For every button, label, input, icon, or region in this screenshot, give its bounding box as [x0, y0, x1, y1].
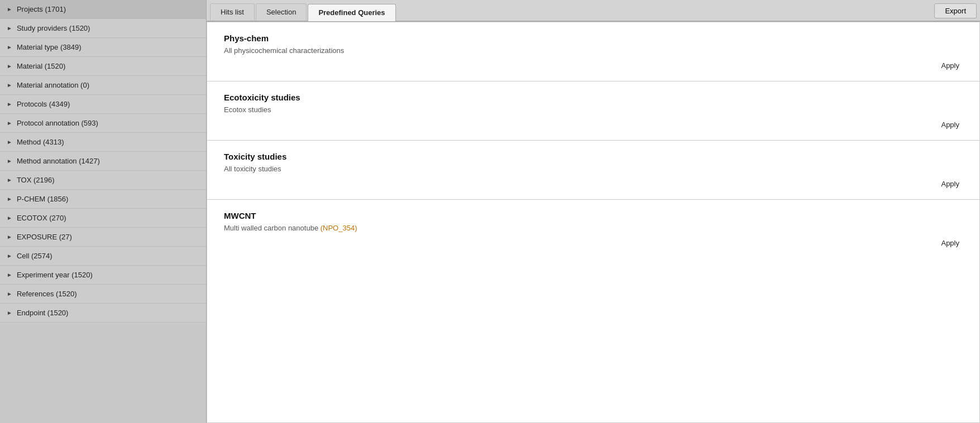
sidebar-item-1[interactable]: ►Study providers (1520) [0, 19, 206, 38]
query-title-0: Phys-chem [224, 33, 963, 43]
sidebar-item-label: Material (1520) [17, 62, 65, 70]
expand-arrow: ► [7, 139, 12, 145]
sidebar-item-label: ECOTOX (270) [17, 214, 66, 222]
sidebar-item-9[interactable]: ►TOX (2196) [0, 171, 206, 190]
sidebar-item-10[interactable]: ►P-CHEM (1856) [0, 190, 206, 209]
sidebar-item-6[interactable]: ►Protocol annotation (593) [0, 114, 206, 133]
apply-button-3[interactable]: Apply [938, 238, 963, 248]
sidebar-item-7[interactable]: ►Method (4313) [0, 133, 206, 152]
query-title-1: Ecotoxicity studies [224, 93, 963, 102]
query-desc-3: Multi walled carbon nanotube (NPO_354) [224, 224, 963, 232]
query-desc-0: All physicochemical characterizations [224, 46, 963, 55]
query-card-2: Toxicity studiesAll toxicity studiesAppl… [207, 141, 979, 200]
expand-arrow: ► [7, 310, 12, 316]
sidebar-item-12[interactable]: ►EXPOSURE (27) [0, 228, 206, 247]
tab-bar: Hits listSelectionPredefined Queries Exp… [207, 0, 980, 22]
sidebar-item-8[interactable]: ►Method annotation (1427) [0, 152, 206, 171]
apply-button-0[interactable]: Apply [938, 60, 963, 71]
query-title-2: Toxicity studies [224, 152, 963, 161]
expand-arrow: ► [7, 63, 12, 69]
query-card-3: MWCNTMulti walled carbon nanotube (NPO_3… [207, 200, 979, 258]
sidebar-item-label: Method annotation (1427) [17, 157, 100, 165]
expand-arrow: ► [7, 215, 12, 221]
sidebar-item-14[interactable]: ►Experiment year (1520) [0, 266, 206, 285]
tab-predefined-queries[interactable]: Predefined Queries [308, 4, 395, 21]
expand-arrow: ► [7, 101, 12, 107]
sidebar-item-label: Material type (3849) [17, 43, 82, 51]
expand-arrow: ► [7, 196, 12, 202]
sidebar: ►Projects (1701)►Study providers (1520)►… [0, 0, 207, 423]
expand-arrow: ► [7, 234, 12, 240]
expand-arrow: ► [7, 158, 12, 164]
sidebar-item-0[interactable]: ►Projects (1701) [0, 0, 206, 19]
tab-selection[interactable]: Selection [256, 3, 307, 21]
sidebar-item-label: Projects (1701) [17, 5, 66, 13]
sidebar-item-11[interactable]: ►ECOTOX (270) [0, 209, 206, 228]
content-area: Phys-chemAll physicochemical characteriz… [207, 22, 980, 423]
apply-button-2[interactable]: Apply [938, 179, 963, 189]
sidebar-item-13[interactable]: ►Cell (2574) [0, 247, 206, 266]
sidebar-item-2[interactable]: ►Material type (3849) [0, 38, 206, 57]
expand-arrow: ► [7, 272, 12, 278]
sidebar-item-label: EXPOSURE (27) [17, 233, 72, 241]
sidebar-item-3[interactable]: ►Material (1520) [0, 57, 206, 76]
sidebar-item-5[interactable]: ►Protocols (4349) [0, 95, 206, 114]
query-title-3: MWCNT [224, 211, 963, 220]
expand-arrow: ► [7, 120, 12, 126]
tab-hits-list[interactable]: Hits list [210, 3, 255, 21]
apply-button-1[interactable]: Apply [938, 119, 963, 130]
query-desc-1: Ecotox studies [224, 105, 963, 114]
sidebar-item-label: P-CHEM (1856) [17, 195, 68, 203]
expand-arrow: ► [7, 291, 12, 297]
sidebar-item-label: Experiment year (1520) [17, 271, 93, 279]
query-desc-2: All toxicity studies [224, 165, 963, 173]
expand-arrow: ► [7, 44, 12, 50]
sidebar-item-label: Method (4313) [17, 138, 64, 146]
expand-arrow: ► [7, 82, 12, 88]
expand-arrow: ► [7, 25, 12, 31]
main-panel: Hits listSelectionPredefined Queries Exp… [207, 0, 980, 423]
sidebar-item-label: Protocols (4349) [17, 100, 70, 108]
sidebar-item-label: References (1520) [17, 290, 77, 298]
sidebar-item-label: TOX (2196) [17, 176, 55, 184]
sidebar-item-label: Cell (2574) [17, 252, 52, 260]
sidebar-item-16[interactable]: ►Endpoint (1520) [0, 304, 206, 323]
sidebar-item-label: Material annotation (0) [17, 81, 89, 89]
sidebar-item-label: Endpoint (1520) [17, 309, 69, 317]
query-card-0: Phys-chemAll physicochemical characteriz… [207, 22, 979, 81]
expand-arrow: ► [7, 6, 12, 12]
expand-arrow: ► [7, 253, 12, 259]
sidebar-item-label: Protocol annotation (593) [17, 119, 98, 127]
sidebar-item-4[interactable]: ►Material annotation (0) [0, 76, 206, 95]
sidebar-item-15[interactable]: ►References (1520) [0, 285, 206, 304]
expand-arrow: ► [7, 177, 12, 183]
query-card-1: Ecotoxicity studiesEcotox studiesApply [207, 81, 979, 141]
sidebar-item-label: Study providers (1520) [17, 24, 90, 32]
npo-link[interactable]: (NPO_354) [321, 224, 357, 232]
export-button[interactable]: Export [934, 3, 977, 18]
